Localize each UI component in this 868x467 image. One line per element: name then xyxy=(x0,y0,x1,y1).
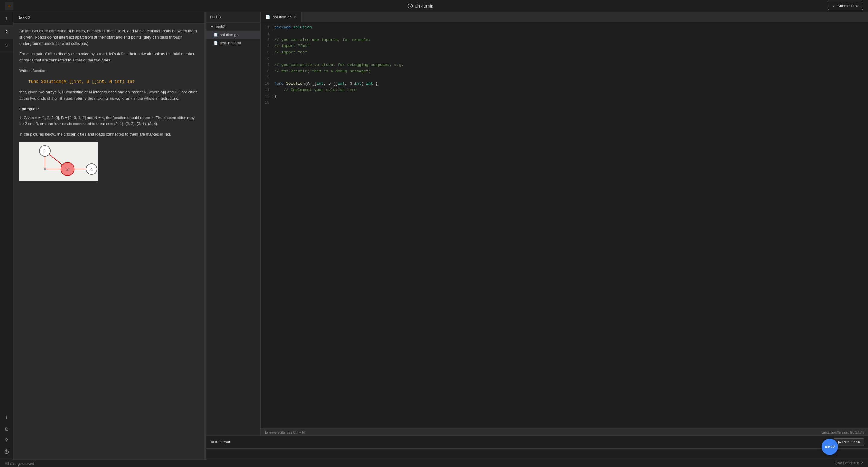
test-output-header: Test Output ▶ Run Code xyxy=(207,436,868,448)
code-line-12: 12 } xyxy=(261,93,868,100)
logo: T xyxy=(5,2,13,10)
graph-image: 1 3 4 xyxy=(19,142,98,181)
feedback-label: Give Feedback xyxy=(835,461,859,465)
files-panel: Files ▼ task2 📄 solution.go 📄 test-input… xyxy=(207,12,261,436)
editor-hint: To leave editor use Ctrl + M xyxy=(264,431,305,434)
tab-file-icon: 📄 xyxy=(266,15,270,19)
code-line-1: 1 package solution xyxy=(261,24,868,31)
main-layout: 1 2 3 ℹ ⚙ ? ⏻ Task 2 An infrastructure c… xyxy=(0,12,868,460)
timer-display: 0h 49min xyxy=(407,3,433,9)
right-panel: Files ▼ task2 📄 solution.go 📄 test-input… xyxy=(207,12,868,460)
editor-tab-solution[interactable]: 📄 solution.go × xyxy=(261,12,302,22)
code-line-11: 11 // Implement your solution here xyxy=(261,87,868,93)
file-item-solution[interactable]: 📄 solution.go xyxy=(207,31,260,39)
clock-icon xyxy=(407,3,413,9)
files-folder: ▼ task2 xyxy=(207,23,260,31)
task-picture-desc: In the pictures below, the chosen cities… xyxy=(19,131,198,138)
file-name-testinput: test-input.txt xyxy=(220,41,241,45)
submit-task-button[interactable]: ✓ Submit Task xyxy=(828,2,863,10)
help-icon-button[interactable]: ? xyxy=(1,435,12,446)
task-number-1[interactable]: 1 xyxy=(0,12,13,25)
task-content: An infrastructure consisting of N cities… xyxy=(13,23,204,460)
code-editor: 📄 solution.go × 1 package solution 2 xyxy=(261,12,868,436)
file-name-solution: solution.go xyxy=(220,33,239,37)
logout-icon-button[interactable]: ⏻ xyxy=(1,446,12,457)
feedback-icon: ↗ xyxy=(860,461,863,465)
test-output-panel: Test Output ▶ Run Code xyxy=(207,436,868,460)
task-number-3[interactable]: 3 xyxy=(0,38,13,52)
code-area[interactable]: 1 package solution 2 3 // you can also u… xyxy=(261,22,868,429)
check-icon: ✓ xyxy=(832,4,835,8)
editor-area: Files ▼ task2 📄 solution.go 📄 test-input… xyxy=(207,12,868,436)
svg-text:3: 3 xyxy=(66,167,69,172)
task-panel: Task 2 An infrastructure consisting of N… xyxy=(13,12,205,460)
task-example-1: 1. Given A = [1, 2, 3, 3], B = [2, 3, 1,… xyxy=(19,115,198,127)
language-version: Language Version: Go 1.13.8 xyxy=(821,431,864,434)
run-code-label: ▶ Run Code xyxy=(838,440,860,444)
status-bar: All changes saved xyxy=(0,460,868,467)
files-header: Files xyxy=(207,12,260,23)
task-para-3: Write a function: xyxy=(19,68,198,74)
tab-close-icon[interactable]: × xyxy=(294,14,297,19)
code-line-4: 4 // import "fmt" xyxy=(261,43,868,50)
editor-footer: To leave editor use Ctrl + M Language Ve… xyxy=(261,429,868,436)
task-para-2: For each pair of cities directly connect… xyxy=(19,51,198,64)
code-line-10: 10 func Solution(A []int, B []int, N int… xyxy=(261,81,868,87)
code-line-2: 2 xyxy=(261,31,868,37)
timer-circle[interactable]: 03:27 xyxy=(822,439,838,455)
folder-icon: ▼ xyxy=(210,24,214,29)
task-title: Task 2 xyxy=(18,15,30,20)
settings-icon-button[interactable]: ⚙ xyxy=(1,424,12,434)
give-feedback-link[interactable]: Give Feedback ↗ xyxy=(835,461,863,465)
editor-tabs: 📄 solution.go × xyxy=(261,12,868,22)
code-line-7: 7 // you can write to stdout for debuggi… xyxy=(261,62,868,68)
top-bar: T 0h 49min ✓ Submit Task xyxy=(0,0,868,12)
task-code-signature: func Solution(A []int, B []int, N int) i… xyxy=(28,78,198,85)
timer-text: 0h 49min xyxy=(415,3,433,8)
code-line-13: 13 xyxy=(261,100,868,106)
task-numbers-sidebar: 1 2 3 ℹ ⚙ ? ⏻ xyxy=(0,12,13,460)
tab-label: solution.go xyxy=(273,15,292,19)
svg-text:4: 4 xyxy=(90,167,93,172)
file-icon-go: 📄 xyxy=(214,33,218,37)
code-line-3: 3 // you can also use imports, for examp… xyxy=(261,37,868,43)
task-header: Task 2 xyxy=(13,12,204,23)
timer-circle-label: 03:27 xyxy=(825,445,835,449)
file-icon-txt: 📄 xyxy=(214,41,218,45)
test-output-title: Test Output xyxy=(210,440,230,444)
logo-text: T xyxy=(8,4,10,8)
task-number-2[interactable]: 2 xyxy=(0,25,13,38)
folder-name: task2 xyxy=(216,24,225,29)
file-item-testinput[interactable]: 📄 test-input.txt xyxy=(207,39,260,47)
svg-point-12 xyxy=(44,168,46,170)
save-status: All changes saved xyxy=(5,462,34,466)
examples-header: Examples: xyxy=(19,106,198,113)
code-line-8: 8 // fmt.Println("this is a debug messag… xyxy=(261,68,868,75)
info-icon-button[interactable]: ℹ xyxy=(1,412,12,423)
run-code-button[interactable]: ▶ Run Code xyxy=(834,438,864,446)
svg-text:1: 1 xyxy=(44,149,46,153)
submit-label: Submit Task xyxy=(837,4,859,8)
code-line-9: 9 xyxy=(261,74,868,81)
code-line-6: 6 xyxy=(261,56,868,62)
code-line-5: 5 // import "os" xyxy=(261,50,868,56)
graph-svg: 1 3 4 xyxy=(19,142,98,181)
task-para-4: that, given two arrays A, B consisting o… xyxy=(19,89,198,102)
task-para-1: An infrastructure consisting of N cities… xyxy=(19,28,198,47)
